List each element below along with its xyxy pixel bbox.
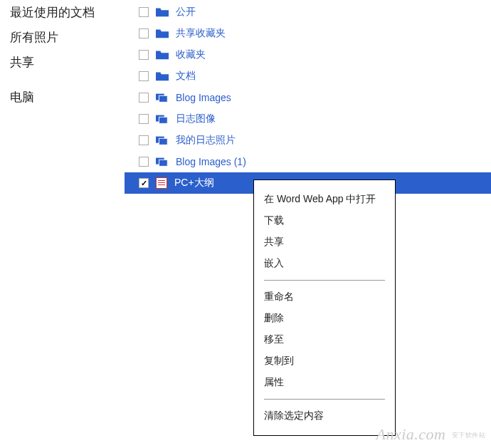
menu-clear-selection[interactable]: 清除选定内容: [254, 405, 395, 427]
file-row[interactable]: Blog Images: [125, 87, 491, 108]
menu-properties[interactable]: 属性: [254, 372, 395, 393]
watermark-sub: 安下软件站: [452, 431, 486, 440]
menu-copy-to[interactable]: 复制到: [254, 350, 395, 372]
menu-separator: [264, 399, 385, 400]
sidebar-item-shared[interactable]: 共享: [10, 54, 115, 71]
folder-icon: [156, 71, 169, 82]
folder-icon: [156, 28, 169, 39]
checkbox[interactable]: [139, 71, 149, 81]
menu-rename[interactable]: 重命名: [254, 286, 395, 308]
sidebar-item-photos[interactable]: 所有照片: [10, 29, 115, 46]
gallery-icon: [156, 92, 169, 103]
gallery-icon: [156, 135, 169, 146]
document-icon: [156, 177, 167, 189]
svg-rect-1: [159, 95, 168, 102]
watermark-main: Anxia: [376, 425, 415, 443]
file-label[interactable]: Blog Images: [176, 92, 231, 103]
menu-download[interactable]: 下载: [254, 210, 395, 231]
checkbox[interactable]: [139, 114, 149, 124]
file-label[interactable]: 公开: [176, 6, 196, 19]
file-label[interactable]: 共享收藏夹: [176, 27, 226, 40]
checkbox[interactable]: [139, 178, 149, 188]
checkbox[interactable]: [139, 135, 149, 145]
file-label[interactable]: 收藏夹: [176, 48, 206, 61]
watermark: Anxia.com 安下软件站: [376, 425, 485, 444]
sidebar: 最近使用的文档 所有照片 共享 电脑: [0, 0, 125, 448]
gallery-icon: [156, 156, 169, 167]
svg-rect-7: [159, 160, 168, 166]
file-label[interactable]: Blog Images (1): [176, 156, 246, 167]
menu-move-to[interactable]: 移至: [254, 329, 395, 350]
checkbox[interactable]: [139, 50, 149, 60]
menu-delete[interactable]: 删除: [254, 308, 395, 329]
sidebar-item-recent[interactable]: 最近使用的文档: [10, 4, 115, 21]
svg-rect-5: [159, 138, 168, 145]
folder-icon: [156, 49, 169, 61]
file-row[interactable]: 我的日志照片: [125, 130, 491, 151]
menu-share[interactable]: 共享: [254, 231, 395, 253]
menu-open-word-web-app[interactable]: 在 Word Web App 中打开: [254, 189, 395, 210]
watermark-ext: .com: [414, 425, 445, 443]
file-row[interactable]: Blog Images (1): [125, 151, 491, 172]
file-label[interactable]: 我的日志照片: [176, 134, 236, 147]
file-row[interactable]: 文档: [125, 66, 491, 87]
file-row[interactable]: 公开: [125, 1, 491, 23]
file-row[interactable]: 日志图像: [125, 108, 491, 130]
file-label[interactable]: PC+大纲: [174, 177, 214, 189]
checkbox[interactable]: [139, 7, 149, 17]
menu-embed[interactable]: 嵌入: [254, 253, 395, 274]
context-menu: 在 Word Web App 中打开 下载 共享 嵌入 重命名 删除 移至 复制…: [253, 179, 396, 436]
file-label[interactable]: 文档: [176, 70, 196, 83]
gallery-icon: [156, 113, 169, 125]
svg-rect-3: [159, 117, 168, 123]
sidebar-item-computer[interactable]: 电脑: [10, 89, 115, 105]
file-row[interactable]: 收藏夹: [125, 44, 491, 66]
file-row[interactable]: 共享收藏夹: [125, 23, 491, 44]
menu-separator: [264, 280, 385, 281]
checkbox[interactable]: [139, 93, 149, 103]
folder-icon: [156, 6, 169, 18]
checkbox[interactable]: [139, 28, 149, 38]
checkbox[interactable]: [139, 157, 149, 167]
file-label[interactable]: 日志图像: [176, 113, 216, 125]
